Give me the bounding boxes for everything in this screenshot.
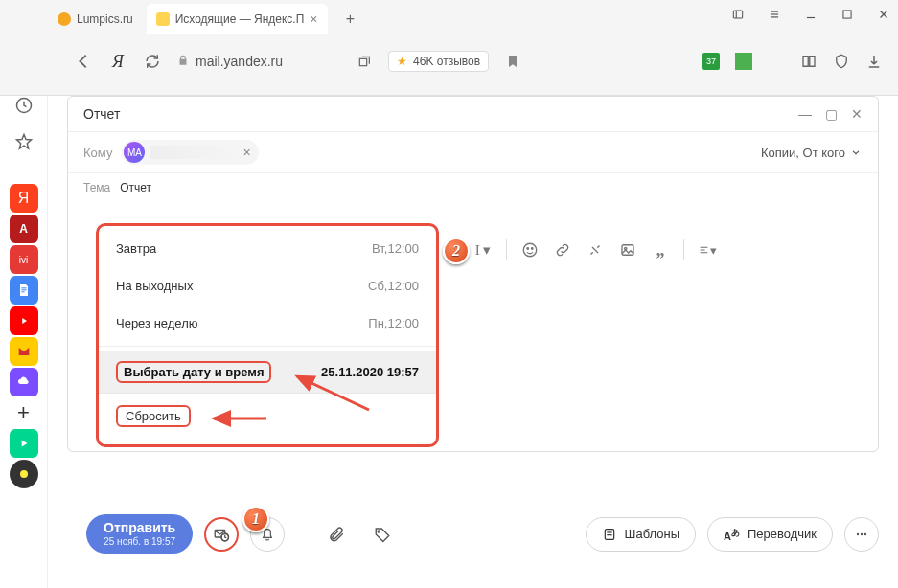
more-button[interactable] bbox=[844, 517, 879, 552]
ivi-icon[interactable]: ivi bbox=[10, 245, 38, 274]
extension-icon[interactable] bbox=[735, 53, 752, 70]
svg-rect-30 bbox=[605, 529, 613, 539]
svg-point-35 bbox=[864, 532, 866, 534]
translate-icon: Aあ bbox=[724, 527, 740, 542]
popout-icon[interactable] bbox=[354, 51, 375, 72]
pick-datetime-row[interactable]: Выбрать дату и время 25.11.2020 19:57 bbox=[99, 351, 436, 394]
close-compose-icon[interactable]: ✕ bbox=[851, 106, 863, 122]
shield-ext-icon[interactable] bbox=[833, 53, 850, 70]
app-icons: Я A ivi + bbox=[10, 184, 38, 488]
send-subtitle: 25 нояб. в 19:57 bbox=[104, 536, 175, 548]
emoji-icon[interactable] bbox=[520, 240, 540, 260]
translator-button[interactable]: Aあ Переводчик bbox=[707, 517, 833, 552]
divider bbox=[506, 239, 507, 260]
annotation-arrow bbox=[209, 409, 276, 428]
schedule-send-button[interactable] bbox=[204, 517, 239, 552]
tag-icon bbox=[374, 526, 391, 543]
svg-rect-14 bbox=[359, 58, 366, 65]
bookmark-icon[interactable] bbox=[502, 51, 523, 72]
attach-button[interactable] bbox=[319, 517, 354, 552]
schedule-option-tomorrow[interactable]: Завтра Вт,12:00 bbox=[99, 230, 436, 267]
clock-mail-icon bbox=[213, 526, 230, 543]
favicon-icon bbox=[156, 12, 170, 26]
templates-label: Шаблоны bbox=[625, 527, 680, 541]
tab-lumpics[interactable]: Lumpics.ru bbox=[48, 4, 143, 34]
copies-toggle[interactable]: Копии, От кого bbox=[761, 146, 863, 160]
subject-value[interactable]: Отчет bbox=[120, 181, 151, 194]
schedule-option-weekend[interactable]: На выходных Сб,12:00 bbox=[99, 267, 436, 305]
annotation-arrow bbox=[288, 362, 383, 419]
option-label: Завтра bbox=[116, 241, 156, 256]
svg-point-16 bbox=[523, 243, 537, 257]
maximize-icon[interactable] bbox=[840, 8, 854, 21]
minimize-compose-icon[interactable]: — bbox=[798, 106, 812, 122]
sidebar-toggle-icon[interactable] bbox=[731, 8, 745, 21]
option-time: Вт,12:00 bbox=[372, 241, 419, 256]
svg-point-29 bbox=[378, 530, 380, 531]
close-window-icon[interactable] bbox=[877, 8, 890, 21]
reset-schedule-button[interactable]: Сбросить bbox=[116, 405, 191, 427]
back-button[interactable] bbox=[73, 51, 94, 72]
translator-label: Переводчик bbox=[748, 527, 817, 541]
yandex-home-icon[interactable]: Я bbox=[107, 51, 128, 72]
send-button[interactable]: Отправить 25 нояб. в 19:57 bbox=[86, 514, 193, 554]
compose-header: Отчет — ▢ ✕ bbox=[68, 97, 878, 132]
downloads-icon[interactable] bbox=[865, 53, 883, 70]
option-label: На выходных bbox=[116, 279, 193, 293]
close-icon[interactable]: × bbox=[310, 11, 317, 27]
templates-button[interactable]: Шаблоны bbox=[586, 517, 697, 552]
calendar-ext-icon[interactable]: 37 bbox=[702, 53, 720, 70]
cloud-app-icon[interactable] bbox=[10, 368, 38, 396]
reader-icon[interactable] bbox=[800, 53, 817, 70]
separator bbox=[99, 346, 436, 347]
font-size-icon[interactable]: I ▾ bbox=[473, 240, 493, 260]
minimize-icon[interactable] bbox=[804, 8, 817, 21]
send-label: Отправить bbox=[104, 520, 175, 536]
docs-icon[interactable] bbox=[10, 276, 38, 305]
yandex-mail-icon[interactable] bbox=[10, 337, 38, 366]
svg-rect-3 bbox=[21, 291, 24, 292]
label-button[interactable] bbox=[365, 517, 400, 552]
alice-icon[interactable] bbox=[10, 460, 38, 488]
url-text: mail.yandex.ru bbox=[196, 54, 283, 69]
svg-point-4 bbox=[20, 470, 28, 478]
new-tab-button[interactable]: + bbox=[339, 8, 362, 31]
yandex-app-icon[interactable]: Я bbox=[10, 184, 38, 213]
option-time: Пн,12:00 bbox=[368, 316, 419, 330]
editor-toolbar: ▾ I ▾ „ ▾ bbox=[441, 239, 717, 260]
subject-label: Тема bbox=[83, 181, 110, 194]
annotation-badge-2: 2 bbox=[443, 237, 470, 264]
reviews-pill[interactable]: ★ 46K отзывов bbox=[388, 51, 489, 72]
history-icon[interactable] bbox=[14, 96, 34, 115]
menu-icon[interactable] bbox=[768, 8, 781, 21]
tab-yandex-mail[interactable]: Исходящие — Яндекс.П × bbox=[147, 4, 328, 34]
star-icon[interactable] bbox=[14, 132, 34, 151]
lock-icon bbox=[176, 54, 190, 70]
expand-compose-icon[interactable]: ▢ bbox=[825, 106, 838, 122]
schedule-option-nextweek[interactable]: Через неделю Пн,12:00 bbox=[99, 305, 436, 342]
remove-recipient-icon[interactable]: × bbox=[242, 145, 250, 160]
media-icon[interactable] bbox=[10, 429, 38, 458]
svg-rect-1 bbox=[21, 287, 26, 288]
more-icon bbox=[854, 527, 869, 542]
download-ext-icon[interactable] bbox=[768, 53, 785, 70]
reviews-text: 46K отзывов bbox=[413, 55, 480, 68]
recipient-name-blurred bbox=[150, 146, 237, 159]
tabs-bar: Lumpics.ru Исходящие — Яндекс.П × + bbox=[0, 0, 898, 38]
chevron-down-icon bbox=[849, 146, 863, 159]
paperclip-icon bbox=[328, 526, 345, 543]
add-app-icon[interactable]: + bbox=[10, 398, 38, 427]
unlink-icon[interactable] bbox=[586, 240, 605, 260]
align-icon[interactable]: ▾ bbox=[698, 240, 717, 260]
link-icon[interactable] bbox=[553, 240, 572, 260]
compose-actions: Отправить 25 нояб. в 19:57 Шаблоны Aあ Пе… bbox=[86, 514, 879, 554]
reload-button[interactable] bbox=[142, 51, 163, 72]
quote-icon[interactable]: „ bbox=[651, 240, 670, 260]
url-display[interactable]: mail.yandex.ru bbox=[176, 54, 283, 70]
copies-label: Копии, От кого bbox=[761, 146, 845, 160]
abbyy-icon[interactable]: A bbox=[10, 215, 38, 243]
svg-point-18 bbox=[532, 248, 534, 250]
image-icon[interactable] bbox=[618, 240, 637, 260]
recipient-chip[interactable]: MA × bbox=[122, 140, 258, 165]
youtube-icon[interactable] bbox=[10, 306, 38, 335]
